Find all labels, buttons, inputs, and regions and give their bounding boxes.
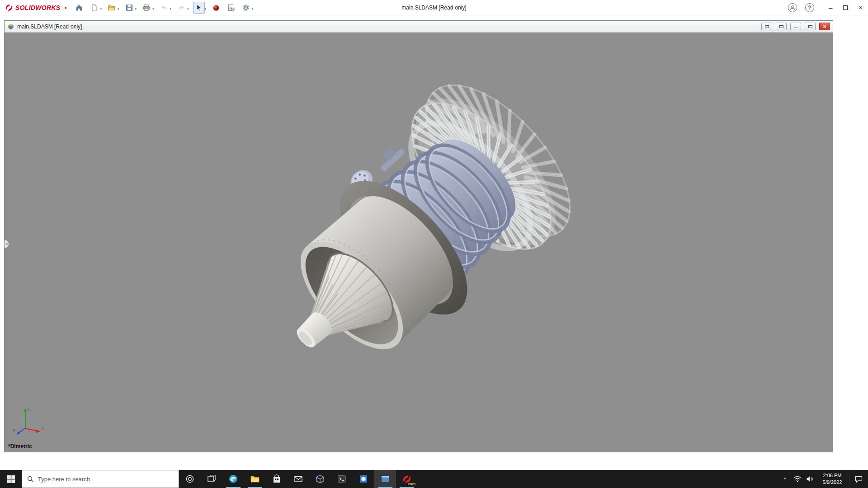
search-icon [27, 476, 34, 483]
redo-dropdown[interactable]: ▾ [187, 7, 189, 11]
search-input[interactable] [38, 476, 174, 483]
taskbar-icon-solidworks[interactable]: 2021 [396, 470, 418, 488]
taskbar-icon-terminal[interactable] [331, 470, 353, 488]
home-button[interactable] [73, 2, 85, 14]
print-dropdown[interactable]: ▾ [152, 7, 154, 11]
action-center-button[interactable] [849, 470, 868, 488]
clock-time: 2:06 PM [823, 472, 842, 479]
open-dropdown[interactable]: ▾ [118, 7, 119, 11]
app-body: main.SLDASM [Read-only] × [0, 15, 868, 470]
appearances-button[interactable] [210, 2, 222, 14]
new-document-button[interactable] [88, 2, 100, 14]
solidworks-brand-text: SOLIDWORKS [15, 4, 60, 11]
new-document-dropdown[interactable]: ▾ [100, 7, 102, 11]
cortana-button[interactable] [179, 470, 201, 488]
person-icon [790, 5, 795, 10]
system-tray: ^ 2:06 PM 5/9/2022 [779, 470, 868, 488]
windows-taskbar: 2021 ^ 2:06 PM 5/9/2022 [0, 470, 868, 488]
undo-dropdown[interactable]: ▾ [170, 7, 172, 11]
screen: SOLIDWORKS ▸ ▾ [0, 0, 868, 488]
open-folder-icon [108, 4, 116, 12]
document-window: main.SLDASM [Read-only] × [4, 20, 833, 452]
terminal-icon [337, 474, 347, 484]
view-orientation-label: *Dimetric [8, 443, 32, 450]
clock-date: 5/9/2022 [823, 479, 842, 486]
taskbar-clock[interactable]: 2:06 PM 5/9/2022 [816, 470, 849, 488]
menu-expand-arrow-icon[interactable]: ▸ [65, 5, 67, 10]
gear-icon [242, 4, 250, 12]
graphics-viewport[interactable]: x y z *Dimetric [5, 33, 833, 452]
print-icon [142, 4, 151, 12]
speaker-icon [806, 475, 814, 483]
taskbar-search[interactable] [22, 470, 179, 488]
print-button[interactable] [141, 2, 152, 14]
3d-viewer-cube-icon [315, 474, 325, 484]
taskbar-icon-3d-viewer[interactable] [309, 470, 331, 488]
wifi-icon [793, 475, 802, 483]
file-explorer-icon [250, 474, 260, 484]
save-dropdown[interactable]: ▾ [135, 7, 137, 11]
triad-y-arrow [24, 408, 27, 412]
notification-icon [854, 475, 863, 483]
doc-restore-button[interactable] [805, 23, 816, 30]
window-title: main.SLDASM [Read-only] [401, 0, 466, 15]
document-titlebar[interactable]: main.SLDASM [Read-only] × [5, 21, 833, 33]
select-dropdown[interactable]: ▾ [205, 7, 207, 11]
settings-button[interactable] [240, 2, 252, 14]
doc-close-button[interactable]: × [819, 23, 830, 30]
windows-logo-icon [7, 475, 15, 483]
network-button[interactable] [791, 470, 803, 488]
taskbar-icon-3d-builder[interactable] [353, 470, 374, 488]
solidworks-logo: SOLIDWORKS [5, 3, 60, 12]
taskbar-icon-cad-window[interactable] [374, 470, 396, 488]
new-document-icon [90, 4, 98, 12]
document-window-controls: × [761, 23, 830, 30]
triad-z-label: z [13, 428, 15, 432]
app-close-button[interactable]: × [859, 4, 863, 11]
redo-button[interactable] [175, 2, 187, 14]
main-toolbar: ▾ ▾ ▾ [73, 2, 257, 14]
cad-window-icon [380, 474, 390, 484]
doc-minimize-button[interactable] [790, 23, 801, 30]
jet-engine-3d-model [5, 33, 833, 452]
task-view-icon [207, 474, 216, 483]
taskbar-icon-file-explorer[interactable] [244, 470, 266, 488]
undo-icon [160, 4, 168, 12]
solidworks-year-badge: 2021 [408, 482, 416, 486]
settings-dropdown[interactable]: ▾ [252, 7, 254, 11]
orientation-triad: x y z [12, 404, 44, 436]
titlebar-right-controls: ? – × [788, 3, 868, 12]
triad-x-arrow [36, 430, 41, 433]
cortana-icon [185, 474, 194, 483]
viewport-layout-2-button[interactable] [776, 23, 787, 30]
select-cursor-icon [195, 4, 203, 12]
taskbar-icon-edge[interactable] [222, 470, 244, 488]
save-button[interactable] [123, 2, 135, 14]
triad-x-label: x [42, 426, 44, 431]
open-button[interactable] [106, 2, 118, 14]
tray-chevron-icon: ^ [784, 477, 786, 482]
triad-y-label: y [28, 406, 30, 411]
edge-browser-icon [228, 474, 238, 484]
app-minimize-button[interactable]: – [829, 4, 832, 11]
start-button[interactable] [0, 470, 22, 488]
mail-icon [293, 474, 303, 484]
select-button[interactable] [193, 2, 205, 14]
viewport-layout-1-button[interactable] [761, 23, 772, 30]
document-title: main.SLDASM [Read-only] [17, 23, 82, 30]
3d-builder-icon [359, 474, 368, 484]
assembly-file-icon [7, 23, 14, 30]
taskbar-icon-store[interactable] [266, 470, 288, 488]
redo-icon [177, 4, 185, 12]
account-icon[interactable] [788, 3, 797, 12]
app-maximize-button[interactable] [843, 5, 848, 10]
task-view-button[interactable] [201, 470, 222, 488]
taskbar-icon-mail[interactable] [288, 470, 309, 488]
volume-button[interactable] [803, 470, 816, 488]
undo-button[interactable] [158, 2, 170, 14]
document-options-button[interactable] [225, 2, 237, 14]
tray-chevron-button[interactable]: ^ [779, 470, 791, 488]
solidworks-logo-icon [5, 3, 14, 12]
help-icon[interactable]: ? [805, 3, 814, 12]
app-window-controls: – × [829, 4, 863, 11]
